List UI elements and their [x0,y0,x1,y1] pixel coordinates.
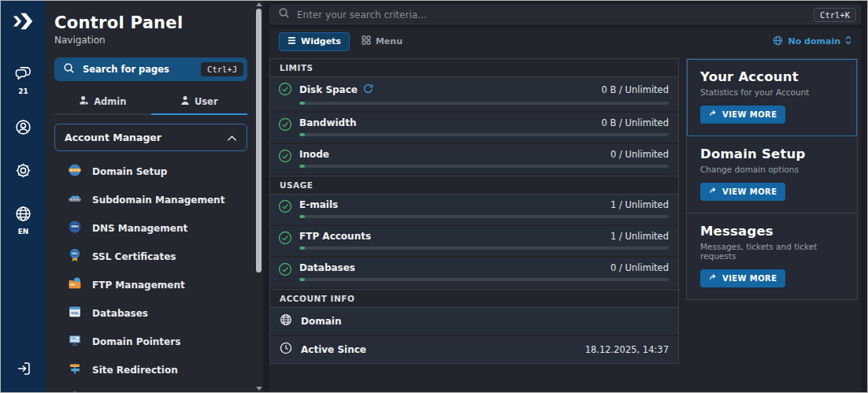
scrollbar-thumb[interactable] [256,9,262,273]
card-your-account: Your Account Statistics for your Account… [687,59,857,136]
language-button[interactable]: EN [15,206,32,235]
progress-bar [299,165,669,168]
admin-person-gear-icon [79,95,89,108]
gear-icon [15,162,32,182]
menu-item-label: Databases [92,308,148,319]
check-circle-icon [278,149,292,168]
progress-fill [299,165,305,168]
signpost-icon [68,361,82,379]
tab-user-label: User [195,96,218,107]
globe-icon [15,206,32,225]
settings-button[interactable] [15,162,32,182]
progress-bar [299,102,669,105]
view-more-button[interactable]: VIEW MORE [700,106,785,124]
check-circle-icon [278,117,292,136]
stat-row-databases: Databases 0 / Unlimited [270,258,678,289]
user-person-icon [180,95,190,108]
refresh-icon[interactable] [363,82,373,97]
global-search-input[interactable] [297,9,814,20]
card-subtitle: Statistics for your Account [700,87,844,97]
panel-subtitle: Navigation [54,35,247,46]
stat-label: E-mails [299,199,338,210]
progress-bar [299,133,669,136]
svg-text:FTP: FTP [69,284,76,287]
menu-item-ssl-certificates[interactable]: SSL SSL Certificates [54,243,247,271]
check-circle-icon [278,262,292,281]
menu-item-databases[interactable]: SQL Databases [54,299,247,328]
scroll-down-arrow-icon[interactable] [256,387,262,391]
stat-value: 0 B / Unlimited [602,84,669,95]
account-manager-dropdown[interactable]: Account Manager [54,124,247,151]
menu-item-hotlinks-protection[interactable]: Hotlinks Protection [54,384,247,392]
dns-icon: DNS [68,220,82,237]
directadmin-logo-icon[interactable] [11,10,36,35]
card-title: Your Account [700,69,844,84]
info-row-domain: Domain [270,308,678,336]
menu-item-subdomain-management[interactable]: Subdomain Management [54,186,247,214]
external-link-icon [709,273,718,284]
menu-item-dns-management[interactable]: DNS DNS Management [54,214,247,243]
svg-text:SQL: SQL [71,311,79,315]
stat-value: 0 / Unlimited [610,262,669,273]
menu-item-domain-pointers[interactable]: Domain Pointers [54,328,247,356]
menu-item-domain-setup[interactable]: Domain Setup [54,158,247,186]
card-title: Domain Setup [700,146,844,161]
tab-admin[interactable]: Admin [54,91,151,113]
nav-menu-list: Domain Setup Subdomain Management [54,158,247,392]
search-icon [278,7,290,22]
info-label: Domain [301,316,341,327]
global-search-bar[interactable]: Ctrl+K [269,5,861,24]
logout-icon [16,361,32,380]
tab-widgets[interactable]: Widgets [279,32,350,51]
ftp-folder-icon: FTP [68,276,82,294]
svg-text:DNS: DNS [71,224,79,228]
card-subtitle: Change domain options [700,165,844,174]
stat-label: Bandwidth [299,117,356,128]
menu-item-label: Subdomain Management [92,195,224,206]
section-title-limits: LIMITS [270,59,678,77]
logout-button[interactable] [16,361,32,380]
tab-admin-label: Admin [94,96,126,107]
scroll-up-arrow-icon[interactable] [256,2,262,6]
check-circle-icon [278,82,292,105]
account-button[interactable] [15,119,32,139]
domain-selector-label: No domain [788,36,840,46]
menu-item-site-redirection[interactable]: Site Redirection [54,356,247,384]
stat-value: 1 / Unlimited [610,231,669,242]
monitor-icon [68,333,82,350]
view-more-button[interactable]: VIEW MORE [700,269,785,287]
check-circle-icon [278,231,292,250]
menu-item-label: Domain Pointers [92,336,180,347]
padlock-icon [68,390,82,392]
view-more-label: VIEW MORE [722,187,777,196]
progress-bar [299,278,669,281]
stat-row-emails: E-mails 1 / Unlimited [270,195,678,226]
external-link-icon [709,187,718,197]
tab-menu[interactable]: Menu [362,35,402,47]
messages-button[interactable]: 21 [14,65,32,95]
card-messages: Messages Messages, tickets and ticket re… [687,213,857,299]
stat-label: FTP Accounts [299,231,371,242]
progress-bar [299,247,669,250]
domain-selector[interactable]: No domain [773,35,851,48]
view-more-button[interactable]: VIEW MORE [700,183,785,201]
stat-label: Databases [299,262,355,273]
progress-fill [299,102,305,105]
check-circle-icon [278,199,292,218]
card-domain-setup: Domain Setup Change domain options VIEW … [687,136,857,213]
clock-icon [280,342,292,358]
tab-user[interactable]: User [151,91,248,113]
grid-icon [362,35,371,47]
stat-label: Disk Space [299,84,358,95]
menu-item-ftp-management[interactable]: FTP FTP Management [54,271,247,299]
globe-icon [280,313,292,329]
stat-label: Inode [299,149,329,160]
shortcut-cards: Your Account Statistics for your Account… [686,58,858,300]
account-manager-label: Account Manager [65,132,227,143]
search-pages-button[interactable]: Search for pages Ctrl+J [54,57,247,81]
nav-scrollbar[interactable] [255,1,262,392]
dashboard-body: LIMITS Disk Space [269,54,861,364]
stat-row-disk-space: Disk Space 0 B / Unlimited [270,77,678,113]
stat-row-inode: Inode 0 / Unlimited [270,144,678,176]
stat-value: 0 B / Unlimited [602,117,669,128]
